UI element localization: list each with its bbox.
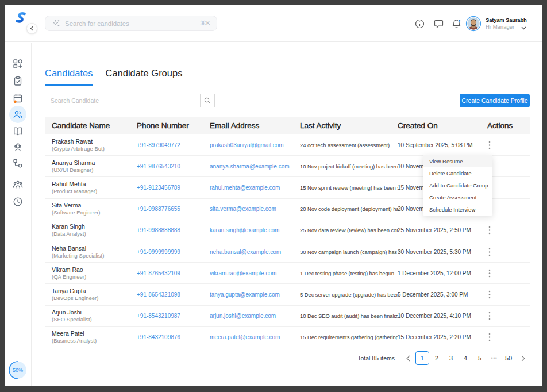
candidate-name: Ananya Sharma [52, 159, 137, 167]
notifications-bell-icon[interactable] [452, 19, 461, 29]
context-menu-item[interactable]: Add to Candidate Group [423, 179, 492, 191]
candidate-role: (Data Analyst) [52, 230, 137, 237]
sidebar-item-workflow[interactable] [5, 155, 31, 172]
global-search-placeholder: Search for candidates [65, 20, 200, 27]
sidebar-item-calendar[interactable] [5, 90, 31, 107]
sidebar: 50% [5, 43, 32, 386]
pagination-page[interactable]: 4 [459, 351, 472, 365]
phone-link[interactable]: +91-8432109876 [137, 334, 210, 340]
row-actions-button[interactable] [487, 226, 530, 235]
phone-link[interactable]: +91-8543210987 [137, 313, 210, 319]
candidate-role: (Marketing Specialist) [52, 252, 137, 259]
last-activity: 5 Dec server upgrade (upgrade) has been … [300, 291, 398, 298]
email-link[interactable]: tanya.gupta@example.com [210, 291, 300, 298]
candidate-role: (Crypto Arbitrage Bot) [52, 145, 137, 152]
email-link[interactable]: ananya.sharma@example.com [210, 163, 300, 170]
email-link[interactable]: vikram.rao@example.com [210, 270, 300, 276]
user-avatar[interactable] [465, 16, 481, 32]
last-activity: 10 Dec SEO audit (audit) has been finali… [300, 313, 398, 319]
last-activity: 15 Dec requirements gathering (gathering… [300, 334, 398, 340]
app-window: Search for candidates ⌘K [5, 5, 542, 386]
email-link[interactable]: rahul.mehta@example.com [210, 185, 300, 191]
pagination-page[interactable]: 3 [444, 351, 458, 365]
sidebar-item-history[interactable] [5, 193, 31, 210]
phone-link[interactable]: +91-8979049772 [137, 142, 210, 148]
row-actions-button[interactable] [487, 269, 530, 278]
candidate-name: Sita Verma [52, 202, 137, 209]
candidate-name: Prakash Rawat [52, 138, 137, 145]
candidate-role: (QA Engineer) [52, 274, 137, 280]
context-menu-item[interactable]: Schedule Interview [423, 203, 492, 216]
row-actions-button[interactable] [487, 141, 530, 149]
table-row: Karan Singh (Data Analyst) +91-998888888… [45, 220, 530, 241]
email-link[interactable]: meera.patel@example.com [210, 334, 300, 340]
created-on: 1 December 2025, 12:00 PM [398, 270, 487, 276]
sidebar-item-tasks[interactable] [5, 72, 31, 90]
phone-link[interactable]: +91-8765432109 [137, 270, 210, 276]
sidebar-item-apps[interactable] [5, 55, 31, 72]
pagination-page[interactable]: ••• [487, 351, 501, 365]
pagination-prev[interactable] [401, 351, 415, 365]
candidate-role: (Software Engineer) [52, 209, 137, 216]
candidate-role: (Business Analyst) [52, 337, 137, 344]
context-menu-item[interactable]: Create Assessment [423, 191, 492, 203]
app-logo-icon [14, 11, 27, 30]
phone-link[interactable]: +91-9988888888 [137, 227, 210, 233]
col-last-activity: Last Activity [300, 121, 398, 130]
pagination-page[interactable]: 5 [473, 351, 487, 365]
candidate-search-input[interactable]: Search Candidate [45, 94, 200, 107]
email-link[interactable]: sita.verma@example.com [210, 206, 300, 212]
user-info[interactable]: Satyam Saurabh Hr Manager [486, 16, 527, 30]
phone-link[interactable]: +91-9999999999 [137, 249, 210, 255]
last-activity: 10 Nov project kickoff (meeting) has bee… [300, 163, 398, 170]
search-shortcut: ⌘K [200, 20, 210, 27]
sidebar-item-candidates[interactable] [5, 106, 31, 123]
info-icon[interactable] [415, 19, 425, 29]
candidate-role: (SEO Specialist) [52, 316, 137, 323]
create-candidate-profile-button[interactable]: Create Candidate Profile [460, 94, 530, 107]
phone-link[interactable]: +91-9123456789 [137, 185, 210, 191]
last-activity: 1 Dec testing phase (testing) has begun [300, 270, 398, 276]
tab-candidate-groups[interactable]: Candidate Groups [105, 68, 182, 86]
candidates-table: Candidate Name Phone Number Email Addres… [45, 117, 530, 348]
global-search-input[interactable]: Search for candidates ⌘K [45, 16, 217, 31]
last-activity: 30 Nov campaign launch (campaign) has be… [300, 249, 398, 255]
sidebar-item-interview-bot[interactable] [5, 139, 31, 156]
sidebar-item-team[interactable] [5, 176, 31, 193]
email-link[interactable]: neha.bansal@example.com [210, 249, 300, 255]
chat-icon[interactable] [434, 19, 444, 29]
row-actions-button[interactable] [487, 248, 530, 256]
email-link[interactable]: arjun.joshi@example.com [210, 313, 300, 319]
profile-progress-badge[interactable]: 50% [8, 360, 28, 380]
row-actions-button[interactable] [487, 162, 530, 171]
pagination-page[interactable]: 1 [415, 351, 429, 365]
pagination-next[interactable] [516, 351, 530, 365]
sidebar-collapse-button[interactable] [26, 23, 37, 34]
candidate-search-button[interactable] [200, 94, 215, 107]
context-menu-item[interactable]: View Resume [423, 155, 492, 167]
row-actions-button[interactable] [487, 205, 530, 213]
row-actions-button[interactable] [487, 333, 530, 341]
last-activity: 15 Nov sprint review (meeting) has been … [300, 185, 398, 191]
email-link[interactable]: karan.singh@example.com [210, 227, 300, 233]
pagination-page[interactable]: 2 [430, 351, 444, 365]
phone-link[interactable]: +91-8654321098 [137, 291, 210, 298]
user-role: Hr Manager [486, 24, 527, 30]
email-link[interactable]: prakash03uniyal@gmail.com [210, 142, 300, 148]
tab-candidates[interactable]: Candidates [45, 68, 93, 86]
table-row: Neha Bansal (Marketing Specialist) +91-9… [45, 241, 530, 263]
row-actions-button[interactable] [487, 290, 530, 299]
pagination-page[interactable]: 50 [502, 351, 515, 365]
sidebar-item-library[interactable] [5, 122, 31, 140]
row-actions-button[interactable] [487, 183, 530, 192]
phone-link[interactable]: +91-9988776655 [137, 206, 210, 212]
candidate-name: Neha Bansal [52, 245, 137, 252]
context-menu-item[interactable]: Delete Candidate [423, 167, 492, 179]
chevron-down-icon[interactable] [521, 22, 526, 32]
candidate-name: Vikram Rao [52, 266, 137, 274]
candidate-search: Search Candidate [45, 94, 215, 107]
table-header: Candidate Name Phone Number Email Addres… [45, 117, 530, 134]
phone-link[interactable]: +91-9876543210 [137, 163, 210, 170]
row-actions-button[interactable] [487, 312, 530, 320]
row-context-menu: View ResumeDelete CandidateAdd to Candid… [423, 155, 492, 216]
